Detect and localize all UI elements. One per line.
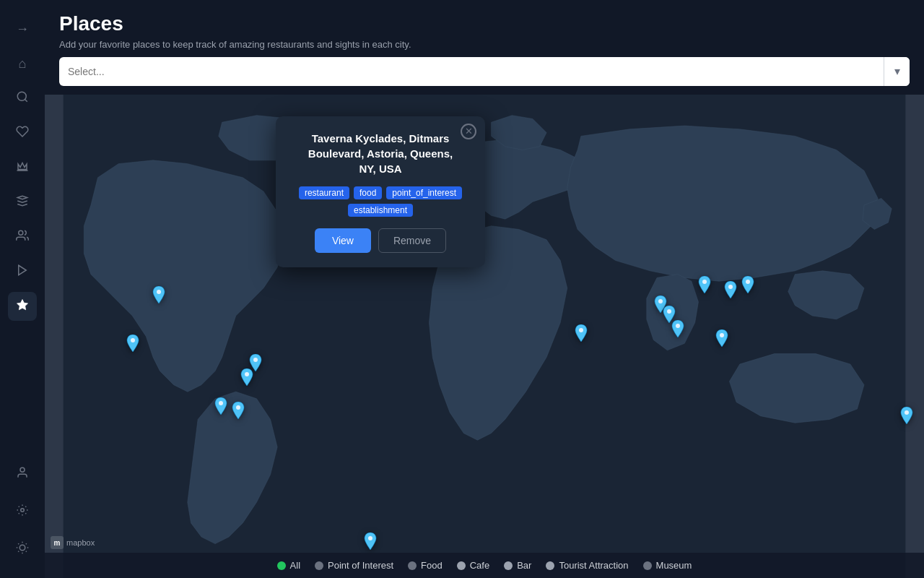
sidebar-item-forward[interactable]: →: [8, 14, 37, 43]
view-place-button[interactable]: View: [315, 228, 371, 253]
svg-point-18: [157, 290, 161, 294]
map-pin-spain[interactable]: [572, 324, 590, 350]
sidebar-item-favorites[interactable]: [8, 118, 37, 147]
sidebar-item-places[interactable]: [8, 292, 37, 321]
svg-line-11: [18, 543, 19, 544]
filter-dot-tourist: [546, 561, 554, 570]
svg-point-21: [236, 405, 240, 410]
map-pin-far-east[interactable]: [898, 407, 915, 433]
svg-point-27: [667, 309, 671, 314]
svg-point-33: [905, 410, 909, 415]
filter-label-poi: Point of Interest: [328, 560, 393, 571]
svg-point-20: [219, 401, 223, 405]
map-pin-texas2[interactable]: [230, 402, 247, 428]
mapbox-logo-icon: m: [51, 536, 64, 549]
tag-establishment: establishment: [348, 204, 413, 217]
map-pin-ukraine[interactable]: [696, 276, 713, 302]
svg-point-3: [19, 230, 23, 235]
filter-dot-food: [408, 561, 417, 570]
map-layers-icon: [16, 194, 29, 211]
tag-food: food: [354, 186, 382, 199]
filter-food[interactable]: Food: [408, 560, 443, 571]
filter-museum[interactable]: Museum: [643, 560, 692, 571]
popup-actions: View Remove: [290, 228, 471, 253]
sidebar-item-people[interactable]: [8, 223, 37, 251]
map-pin-greece1[interactable]: [669, 320, 687, 346]
popup-tags: restaurant food point_of_interest establ…: [290, 186, 471, 217]
sun-icon: [16, 541, 29, 558]
play-icon: [16, 264, 29, 280]
map-pin-vancouver[interactable]: [150, 286, 167, 312]
filter-tourist[interactable]: Tourist Attraction: [546, 560, 628, 571]
svg-marker-2: [17, 196, 27, 199]
settings-icon: [16, 504, 29, 520]
sidebar-item-crown[interactable]: [8, 153, 37, 182]
svg-point-29: [728, 285, 733, 289]
svg-point-26: [658, 299, 663, 303]
mapbox-attribution: m mapbox: [51, 536, 95, 549]
sidebar-item-search[interactable]: [8, 84, 37, 113]
people-icon: [16, 229, 29, 246]
svg-point-31: [676, 324, 680, 328]
filter-label-tourist: Tourist Attraction: [559, 560, 628, 571]
tag-restaurant: restaurant: [299, 186, 349, 199]
sidebar-item-play[interactable]: [8, 257, 37, 286]
popup-close-button[interactable]: ✕: [461, 124, 476, 139]
svg-point-22: [253, 358, 258, 362]
svg-marker-4: [19, 265, 27, 275]
sidebar-item-profile[interactable]: [8, 460, 37, 488]
filter-label-cafe: Cafe: [470, 560, 489, 571]
place-search-input[interactable]: [59, 66, 884, 77]
search-dropdown-button[interactable]: ▾: [884, 57, 910, 86]
map-pin-new-york2[interactable]: [238, 368, 256, 394]
filter-dot-museum: [643, 561, 652, 570]
sidebar-item-settings[interactable]: [8, 497, 37, 526]
sidebar-item-map[interactable]: [8, 188, 37, 217]
filter-label-food: Food: [421, 560, 443, 571]
filter-label-museum: Museum: [656, 560, 692, 571]
filter-label-all: All: [290, 560, 300, 571]
heart-icon: [16, 125, 29, 142]
map-pin-west-coast[interactable]: [124, 335, 141, 361]
person-icon: [16, 466, 29, 483]
sidebar-item-home[interactable]: ⌂: [8, 49, 37, 78]
svg-point-23: [245, 372, 249, 376]
filter-dot-bar: [504, 561, 513, 570]
svg-point-7: [21, 508, 25, 512]
popup-place-title: Taverna Kyclades, Ditmars Boulevard, Ast…: [290, 131, 471, 176]
sidebar-item-theme[interactable]: [8, 535, 37, 564]
filter-poi[interactable]: Point of Interest: [315, 560, 393, 571]
main-content: Places Add your favorite places to keep …: [45, 0, 924, 578]
svg-point-0: [17, 92, 26, 100]
map[interactable]: ✕ Taverna Kyclades, Ditmars Boulevard, A…: [45, 95, 924, 578]
filter-bar: All Point of Interest Food Cafe Bar Tour…: [45, 553, 924, 578]
svg-point-30: [746, 280, 750, 284]
search-container: ▾: [59, 57, 910, 86]
svg-line-15: [18, 551, 19, 551]
filter-cafe[interactable]: Cafe: [457, 560, 489, 571]
page-title: Places: [59, 12, 910, 36]
filter-dot-poi: [315, 561, 323, 570]
svg-line-12: [26, 551, 27, 551]
map-pin-east-europe2[interactable]: [739, 276, 757, 302]
home-icon: ⌂: [19, 56, 27, 72]
svg-point-25: [579, 328, 583, 332]
remove-place-button[interactable]: Remove: [378, 228, 446, 253]
svg-marker-5: [17, 299, 28, 309]
search-wrapper: ▾: [59, 57, 910, 86]
sidebar: → ⌂: [0, 0, 45, 578]
svg-point-6: [20, 467, 25, 472]
page-subtitle: Add your favorite places to keep track o…: [59, 39, 910, 50]
svg-line-1: [25, 99, 27, 101]
filter-dot-all: [277, 561, 286, 570]
map-pin-east-europe1[interactable]: [722, 281, 739, 307]
mapbox-label: mapbox: [66, 538, 95, 547]
svg-line-16: [26, 543, 27, 544]
filter-bar[interactable]: Bar: [504, 560, 531, 571]
place-popup: ✕ Taverna Kyclades, Ditmars Boulevard, A…: [276, 116, 485, 267]
map-pin-turkey[interactable]: [713, 329, 731, 355]
map-pin-texas1[interactable]: [212, 397, 230, 423]
filter-all[interactable]: All: [277, 560, 300, 571]
svg-point-28: [702, 280, 707, 284]
header: Places Add your favorite places to keep …: [45, 0, 924, 95]
